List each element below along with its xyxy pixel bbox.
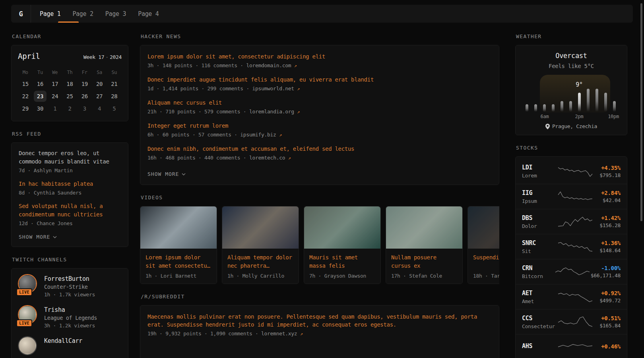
rss-show-more-label: SHOW MORE [19,234,50,240]
video-title[interactable]: Mauris sit amet massa felis [309,253,375,270]
dashboard-page: G Page 1 Page 2 Page 3 Page 4 CALENDAR A… [0,0,644,358]
hn-item-title[interactable]: Aliquam nec cursus elit [147,99,492,107]
stock-ticker: DBS [522,214,557,222]
video-thumbnail[interactable] [222,206,299,249]
app-logo[interactable]: G [11,5,31,23]
weather-bar [587,89,590,112]
hn-item-title[interactable]: Donec imperdiet augue tincidunt felis al… [147,76,492,84]
stock-change: +0.46% [594,343,621,350]
weather-bar [569,101,572,112]
stock-row[interactable]: CCS Consectetur +0.51% $165.84 [516,309,627,334]
rss-item-title[interactable]: Donec tempor eros leo, ut commodo mauris… [19,149,121,166]
stock-row[interactable]: CRN Bitcorn -1.00% $66,171.48 [516,259,627,284]
live-badge: LIVE [16,319,32,327]
video-title[interactable]: Suspendisse diam [473,253,499,270]
hn-item: Donec imperdiet augue tincidunt felis al… [147,76,492,91]
calendar-day: 25 [63,91,76,102]
calendar-day: 18 [63,78,76,90]
tab-page-4[interactable]: Page 4 [138,10,159,18]
hn-domain-link[interactable]: ipsumworld.net [252,86,294,91]
active-tab-underline [58,21,79,23]
subreddit-domain-link[interactable]: loremnet.xyz [261,331,297,337]
hn-domain-link[interactable]: loremtech.co [249,155,285,161]
stock-row[interactable]: AET Amet +0.92% $499.72 [516,284,627,309]
rss-item-title[interactable]: In hac habitasse platea [19,180,121,188]
hn-show-more-button[interactable]: SHOW MORE [147,171,186,177]
calendar-day: 4 [93,103,106,114]
stock-name: Lorem [522,173,557,179]
calendar-day: 24 [48,91,61,102]
hn-item-meta: 21h · 710 points · 579 comments · loreml… [147,109,492,115]
rss-item-title[interactable]: Sed volutpat nulla nisl, a condimentum n… [19,202,121,219]
weather-bar [596,89,598,112]
stock-row[interactable]: AHS +0.46% [516,334,627,358]
stock-row[interactable]: DBS Dolor +1.42% $156.28 [516,209,627,234]
twitch-channel-row[interactable]: LIVE ForrestBurton Counter-Strike 1h · 1… [19,275,121,299]
calendar-day: 30 [34,103,47,114]
page-tabs: Page 1 Page 2 Page 3 Page 4 [31,5,159,23]
channel-avatar: LIVE [19,275,38,294]
tab-page-2[interactable]: Page 2 [72,10,93,18]
video-title[interactable]: Lorem ipsum dolor sit amet consectetu… [145,253,211,270]
channel-info: Trisha League of Legends 3h · 1.2k viewe… [44,306,97,330]
stock-values: -1.00% $66,171.48 [591,265,621,278]
calendar-day-header: Su [107,68,122,77]
hn-item-title[interactable]: Donec enim nibh, condimentum et accumsan… [147,145,492,153]
stock-sparkline [557,190,594,203]
external-link-icon: ↗ [297,109,300,115]
stock-row[interactable]: SNRC Sit +1.36% $148.64 [516,234,627,259]
video-meta: 1h · Molly Carrillo [227,273,293,279]
weather-location-label: Prague, Czechia [552,123,597,129]
subreddit-widget: Maecenas mollis pulvinar erat non posuer… [140,305,499,358]
hn-item-meta: 1d · 1,414 points · 299 comments · ipsum… [147,86,492,91]
stock-row[interactable]: LDI Lorem +4.35% $795.18 [516,159,627,184]
video-title[interactable]: Aliquam tempor dolor nec pharetra… [227,253,293,270]
calendar-header: April Week 17·2024 [18,52,122,60]
hn-item-title[interactable]: Integer eget rutrum lorem [147,122,492,130]
chevron-down-icon [53,236,57,238]
calendar-day: 3 [78,103,91,114]
calendar-week-label: Week 17 [83,54,105,60]
top-nav: G Page 1 Page 2 Page 3 Page 4 [11,5,633,23]
stock-change: +0.51% [594,315,621,321]
stock-price: $148.64 [594,247,621,253]
weather-bar [578,93,581,112]
live-badge: LIVE [16,288,32,296]
calendar-week-year: Week 17·2024 [83,54,122,60]
hn-meta-text: 3h · 148 points · 116 comments · [147,62,246,68]
hn-domain-link[interactable]: loremdomain.com [246,62,291,68]
stock-change: -1.00% [591,265,621,271]
video-thumbnail[interactable] [468,206,499,249]
tab-page-1[interactable]: Page 1 [40,10,60,18]
page-scrollbar-thumb[interactable] [640,3,642,221]
stock-sparkline [557,165,594,178]
stock-values: +1.42% $156.28 [594,215,621,228]
twitch-channel-row[interactable]: KendallCarr [19,337,121,356]
rss-show-more-button[interactable]: SHOW MORE [19,234,57,240]
calendar-day: 29 [19,103,32,114]
video-title[interactable]: Nullam posuere cursus ex [391,253,457,270]
stock-row[interactable]: IIG Ipsum +2.84% $42.04 [516,184,627,209]
stock-ticker: SNRC [522,239,557,247]
twitch-channel-row[interactable]: LIVE Trisha League of Legends 3h · 1.2k … [19,306,121,330]
tab-page-3[interactable]: Page 3 [105,10,126,18]
subreddit-post-title[interactable]: Maecenas mollis pulvinar erat non posuer… [147,313,492,329]
calendar-grid: MoTuWeThFrSaSu15161718192021222324252627… [18,68,122,114]
stock-price: $165.84 [594,323,621,329]
calendar-day: 27 [93,91,106,102]
stock-ticker: IIG [522,189,557,197]
hn-item-title[interactable]: Lorem ipsum dolor sit amet, consectetur … [147,53,492,60]
video-card: Lorem ipsum dolor sit amet consectetu… 1… [140,206,217,284]
hn-meta-text: 1d · 1,414 points · 299 comments · [147,86,252,91]
stock-change: +4.35% [594,165,621,171]
stock-values: +0.92% $499.72 [594,290,621,304]
stock-change: +1.36% [594,240,621,246]
video-thumbnail[interactable] [140,206,217,249]
rss-item: Sed volutpat nulla nisl, a condimentum n… [19,202,121,226]
video-thumbnail[interactable] [386,206,462,249]
hn-domain-link[interactable]: loremlandia.org [249,109,294,115]
calendar-day: 1 [48,103,61,114]
hn-domain-link[interactable]: ipsumify.biz [240,132,276,138]
video-thumbnail[interactable] [304,206,380,249]
stock-name: Bitcorn [522,273,554,279]
